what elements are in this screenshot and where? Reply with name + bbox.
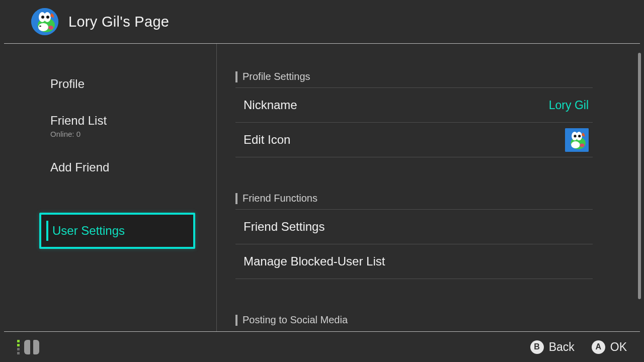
row-label: Manage Blocked-User List xyxy=(244,254,385,268)
svg-point-15 xyxy=(578,135,581,137)
joycon-left-icon xyxy=(24,340,30,354)
sidebar-item-label: Profile xyxy=(50,77,216,91)
section-title: Friend Functions xyxy=(243,193,317,204)
sidebar-item-label: Add Friend xyxy=(50,160,216,174)
section-bar-icon xyxy=(235,315,237,326)
sidebar: Profile Friend List Online: 0 Add Friend… xyxy=(0,44,216,331)
section-header-profile-settings: Profile Settings xyxy=(235,71,644,82)
b-button-icon: B xyxy=(530,340,544,354)
sidebar-item-sublabel: Online: 0 xyxy=(50,130,216,138)
svg-point-5 xyxy=(41,16,44,19)
footer: B Back A OK xyxy=(0,332,644,362)
selection-accent xyxy=(46,221,48,241)
main-panel: Profile Settings Nickname Lory Gil Edit … xyxy=(216,44,644,331)
sidebar-item-user-settings[interactable]: User Settings xyxy=(39,213,195,249)
svg-point-16 xyxy=(580,143,585,147)
svg-point-7 xyxy=(48,26,53,30)
svg-point-8 xyxy=(39,26,41,27)
yoshi-icon xyxy=(31,8,58,35)
avatar[interactable] xyxy=(31,8,58,35)
section-header-social-media: Posting to Social Media xyxy=(235,314,644,326)
a-button-icon: A xyxy=(592,340,605,354)
sidebar-item-add-friend[interactable]: Add Friend xyxy=(0,148,216,187)
row-manage-blocked[interactable]: Manage Blocked-User List xyxy=(235,244,593,279)
svg-point-2 xyxy=(38,23,48,31)
section-bar-icon xyxy=(235,71,237,82)
header: Lory Gil's Page xyxy=(0,0,644,43)
row-friend-settings[interactable]: Friend Settings xyxy=(235,210,593,244)
sidebar-item-friend-list[interactable]: Friend List Online: 0 xyxy=(0,103,216,148)
row-label: Friend Settings xyxy=(244,220,325,234)
player-dots xyxy=(17,340,20,354)
row-value: Lory Gil xyxy=(549,99,589,112)
footer-actions: B Back A OK xyxy=(530,340,627,354)
scrollbar[interactable] xyxy=(638,53,641,299)
joycon-right-icon xyxy=(33,340,39,354)
body: Profile Friend List Online: 0 Add Friend… xyxy=(0,44,644,331)
section-header-friend-functions: Friend Functions xyxy=(235,193,644,204)
hint-label: Back xyxy=(549,340,575,354)
controller-indicator[interactable] xyxy=(17,340,39,354)
sidebar-item-label: Friend List xyxy=(50,114,216,128)
page-title: Lory Gil's Page xyxy=(68,14,169,30)
row-nickname[interactable]: Nickname Lory Gil xyxy=(235,88,593,123)
yoshi-icon xyxy=(565,128,589,152)
sidebar-item-label: User Settings xyxy=(52,224,125,238)
section-title: Posting to Social Media xyxy=(243,314,348,326)
svg-point-14 xyxy=(574,135,576,137)
hint-back[interactable]: B Back xyxy=(530,340,575,354)
section-title: Profile Settings xyxy=(243,71,310,82)
row-edit-icon[interactable]: Edit Icon xyxy=(235,123,593,157)
section-gap xyxy=(235,157,644,184)
svg-point-11 xyxy=(571,141,580,148)
sidebar-item-profile[interactable]: Profile xyxy=(0,65,216,103)
hint-label: OK xyxy=(610,340,627,354)
section-bar-icon xyxy=(235,193,237,204)
section-gap xyxy=(235,279,644,305)
row-label: Nickname xyxy=(244,98,297,112)
svg-point-6 xyxy=(46,16,49,19)
row-label: Edit Icon xyxy=(244,133,290,147)
user-icon-thumbnail xyxy=(565,128,589,152)
hint-ok[interactable]: A OK xyxy=(592,340,627,354)
